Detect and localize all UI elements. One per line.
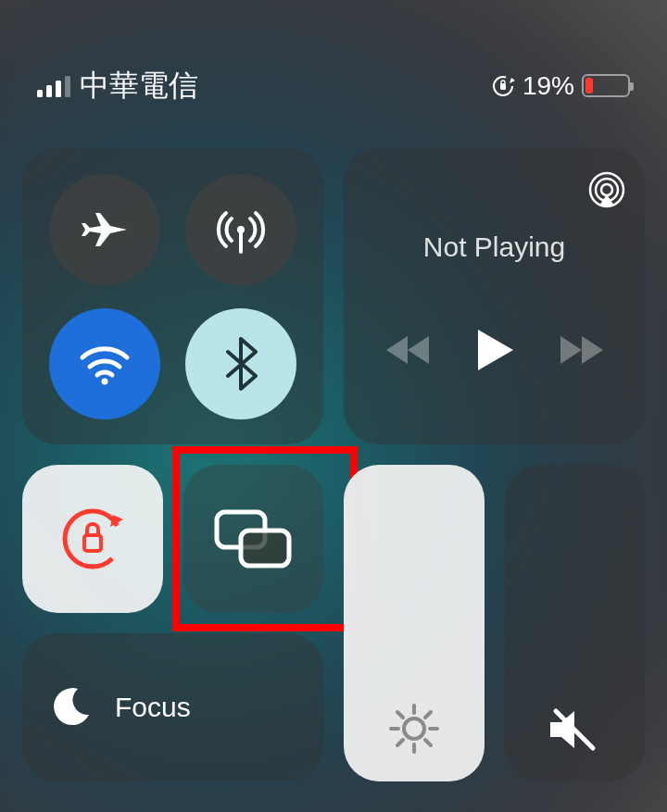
media-title: Not Playing bbox=[423, 231, 565, 263]
focus-label: Focus bbox=[115, 692, 191, 723]
svg-marker-15 bbox=[386, 336, 408, 364]
svg-line-30 bbox=[425, 740, 431, 745]
wifi-icon bbox=[77, 341, 132, 387]
battery-percent-label: 19% bbox=[522, 71, 574, 101]
connectivity-panel[interactable] bbox=[22, 148, 323, 444]
play-button[interactable] bbox=[474, 328, 515, 372]
svg-rect-2 bbox=[56, 81, 61, 97]
brightness-slider[interactable] bbox=[344, 465, 485, 781]
bluetooth-icon bbox=[224, 337, 258, 391]
rewind-button[interactable] bbox=[384, 331, 431, 369]
media-panel[interactable]: Not Playing bbox=[344, 148, 645, 444]
control-center-grid: Not Playing bbox=[0, 102, 667, 781]
cellular-data-button[interactable] bbox=[185, 174, 296, 285]
svg-rect-3 bbox=[65, 76, 70, 97]
svg-marker-14 bbox=[408, 336, 429, 364]
svg-marker-18 bbox=[582, 336, 603, 364]
sun-icon bbox=[387, 702, 441, 756]
svg-rect-6 bbox=[500, 83, 506, 90]
svg-rect-0 bbox=[37, 90, 43, 97]
svg-rect-1 bbox=[46, 85, 52, 97]
volume-slider[interactable] bbox=[505, 465, 646, 781]
signal-bars-icon bbox=[37, 75, 70, 97]
svg-rect-21 bbox=[84, 535, 101, 551]
svg-point-24 bbox=[404, 718, 424, 739]
screen-mirroring-button[interactable] bbox=[183, 465, 324, 613]
rotation-lock-icon bbox=[57, 503, 129, 575]
airplane-mode-button[interactable] bbox=[49, 174, 160, 285]
svg-line-29 bbox=[397, 712, 403, 718]
svg-point-19 bbox=[57, 503, 129, 575]
media-controls bbox=[362, 328, 626, 372]
svg-marker-5 bbox=[510, 78, 515, 83]
svg-line-32 bbox=[425, 712, 431, 718]
svg-marker-16 bbox=[478, 330, 513, 370]
status-right: 19% bbox=[491, 71, 630, 101]
moon-icon bbox=[48, 685, 93, 730]
focus-button[interactable]: Focus bbox=[22, 633, 323, 781]
forward-button[interactable] bbox=[559, 331, 605, 369]
cellular-antenna-icon bbox=[213, 202, 269, 257]
svg-marker-17 bbox=[560, 336, 582, 364]
bluetooth-button[interactable] bbox=[185, 308, 296, 419]
airplay-icon[interactable] bbox=[587, 170, 626, 209]
wifi-button[interactable] bbox=[49, 308, 160, 419]
airplane-icon bbox=[79, 204, 131, 256]
status-bar: 中華電信 19% bbox=[0, 0, 667, 102]
battery-icon bbox=[582, 74, 630, 97]
svg-rect-23 bbox=[241, 531, 289, 566]
svg-point-9 bbox=[101, 378, 107, 384]
status-left: 中華電信 bbox=[37, 66, 198, 106]
screen-mirroring-icon bbox=[213, 508, 293, 569]
svg-line-31 bbox=[397, 740, 403, 745]
rotation-lock-status-icon bbox=[491, 74, 515, 98]
carrier-label: 中華電信 bbox=[80, 66, 198, 106]
mute-icon bbox=[545, 704, 604, 756]
orientation-lock-button[interactable] bbox=[22, 465, 163, 613]
svg-point-12 bbox=[601, 184, 612, 195]
